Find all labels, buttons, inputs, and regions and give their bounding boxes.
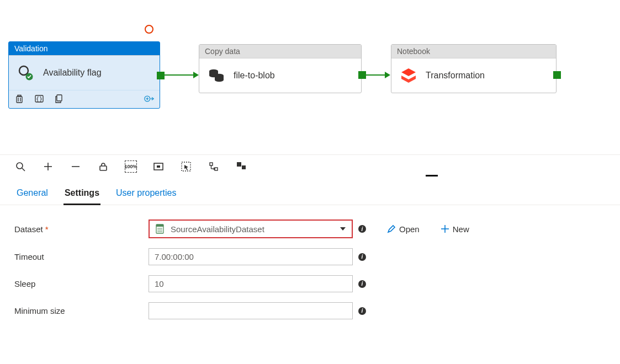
canvas-toolbar: 100% bbox=[0, 155, 620, 177]
delete-icon[interactable] bbox=[14, 94, 24, 104]
svg-text:{}: {} bbox=[36, 96, 43, 102]
info-icon[interactable]: i bbox=[358, 225, 366, 233]
connector-copydata-notebook bbox=[365, 74, 386, 76]
validation-status-indicator bbox=[145, 25, 153, 34]
info-icon[interactable]: i bbox=[358, 280, 366, 288]
copy-icon[interactable] bbox=[54, 94, 64, 104]
activity-name-label: Transformation bbox=[426, 71, 485, 81]
properties-tabs: General Settings User properties bbox=[0, 179, 620, 205]
new-dataset-button[interactable]: New bbox=[441, 224, 469, 234]
connector-validation-copydata bbox=[165, 74, 195, 76]
svg-rect-23 bbox=[157, 165, 160, 168]
chevron-down-icon bbox=[340, 226, 346, 232]
zoom-out-icon[interactable] bbox=[70, 160, 82, 173]
settings-panel: Dataset* SourceAvailabilityDataset i Ope… bbox=[0, 205, 620, 344]
select-tool-icon[interactable] bbox=[180, 160, 192, 173]
add-output-icon[interactable] bbox=[144, 94, 154, 104]
activity-type-label: Copy data bbox=[199, 45, 361, 58]
activity-type-label: Notebook bbox=[391, 45, 556, 58]
success-output-port[interactable] bbox=[157, 72, 165, 79]
activity-copydata[interactable]: Copy data file-to-blob bbox=[199, 44, 362, 93]
svg-rect-21 bbox=[100, 166, 107, 170]
tab-user-properties[interactable]: User properties bbox=[115, 185, 177, 205]
dataset-dropdown[interactable]: SourceAvailabilityDataset bbox=[149, 220, 353, 238]
success-output-port[interactable] bbox=[358, 71, 366, 79]
svg-rect-25 bbox=[210, 163, 213, 165]
plus-icon bbox=[441, 224, 449, 233]
tab-settings[interactable]: Settings bbox=[63, 185, 100, 205]
info-icon[interactable]: i bbox=[358, 253, 366, 261]
zoom-in-icon[interactable] bbox=[42, 160, 54, 173]
grouping-icon[interactable] bbox=[235, 160, 247, 173]
code-icon[interactable]: {} bbox=[34, 94, 44, 104]
sleep-label: Sleep bbox=[13, 279, 149, 288]
tab-general[interactable]: General bbox=[15, 185, 49, 205]
svg-rect-29 bbox=[237, 162, 241, 167]
auto-align-icon[interactable] bbox=[208, 160, 220, 173]
svg-rect-26 bbox=[215, 168, 218, 170]
sleep-input[interactable] bbox=[149, 275, 353, 292]
validation-icon bbox=[17, 63, 35, 82]
pencil-icon bbox=[387, 224, 396, 233]
panel-resize-handle[interactable] bbox=[0, 177, 620, 179]
arrow-icon bbox=[193, 72, 199, 78]
svg-point-0 bbox=[19, 66, 28, 75]
search-icon[interactable] bbox=[14, 160, 27, 173]
svg-rect-3 bbox=[17, 97, 22, 103]
svg-rect-6 bbox=[18, 95, 21, 97]
info-icon[interactable]: i bbox=[358, 307, 366, 315]
svg-line-17 bbox=[22, 168, 25, 171]
lock-icon[interactable] bbox=[97, 160, 109, 173]
copy-data-icon bbox=[207, 66, 226, 85]
fit-to-screen-icon[interactable] bbox=[152, 160, 165, 173]
timeout-input[interactable] bbox=[149, 248, 353, 265]
minimum-size-label: Minimum size bbox=[13, 306, 149, 315]
zoom-reset-icon[interactable]: 100% bbox=[125, 160, 137, 173]
databricks-icon bbox=[399, 66, 418, 85]
svg-rect-32 bbox=[156, 224, 163, 227]
success-output-port[interactable] bbox=[553, 71, 561, 79]
dataset-file-icon bbox=[155, 224, 165, 234]
activity-notebook[interactable]: Notebook Transformation bbox=[391, 44, 557, 93]
svg-point-16 bbox=[17, 163, 23, 169]
arrow-icon bbox=[385, 72, 390, 78]
dataset-label: Dataset* bbox=[13, 224, 149, 234]
minimum-size-input[interactable] bbox=[149, 302, 353, 319]
timeout-label: Timeout bbox=[13, 252, 149, 261]
open-dataset-button[interactable]: Open bbox=[387, 224, 420, 234]
activity-validation[interactable]: Validation Availability flag {} bbox=[8, 41, 160, 109]
activity-name-label: file-to-blob bbox=[234, 71, 275, 81]
svg-rect-9 bbox=[57, 95, 62, 101]
pipeline-canvas[interactable]: Validation Availability flag {} bbox=[0, 0, 620, 154]
dataset-value: SourceAvailabilityDataset bbox=[171, 224, 334, 234]
activity-type-label: Validation bbox=[9, 42, 160, 56]
svg-rect-30 bbox=[242, 165, 246, 169]
activity-name-label: Availability flag bbox=[43, 68, 102, 78]
